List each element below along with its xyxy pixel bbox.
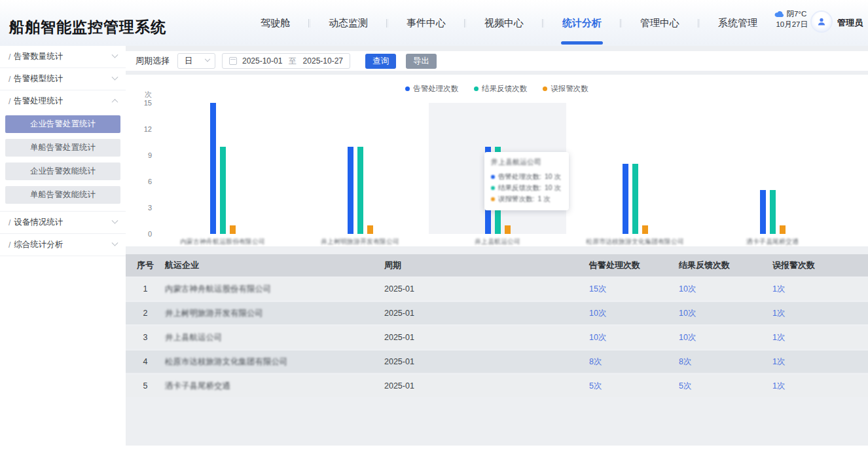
- chevron-down-icon[interactable]: [112, 218, 118, 224]
- bar-告警处理次数-group-5[interactable]: [760, 190, 766, 234]
- chevron-up-icon[interactable]: [112, 99, 118, 105]
- app-header: 船舶智能监控管理系统 驾驶舱动态监测事件中心视频中心统计分析管理中心系统管理 阴…: [0, 0, 868, 46]
- bar-告警处理次数-group-4[interactable]: [623, 164, 628, 234]
- table-header-cell-3: 周期: [384, 259, 589, 271]
- weather-widget: 阴7°C 10月27日: [774, 9, 808, 29]
- chevron-down-icon[interactable]: [112, 52, 118, 58]
- x-axis-label-4: 松原市达枝旅游文化集团有限公司: [570, 237, 700, 246]
- sidebar-group-5: /综合统计分析: [0, 234, 126, 256]
- nav-item-3[interactable]: 事件中心: [389, 0, 463, 46]
- bar-结果反馈次数-group-2[interactable]: [357, 147, 363, 234]
- sidebar-item-label: 告警模型统计: [14, 73, 113, 85]
- tooltip-series-label: 误报警次数:: [498, 193, 534, 204]
- handled-count-link[interactable]: 5次: [589, 381, 679, 392]
- sidebar-item-label: 告警处理统计: [14, 96, 113, 107]
- sidebar-group-1: /告警数量统计: [0, 46, 126, 68]
- chevron-down-icon[interactable]: [112, 240, 118, 246]
- sidebar-submenu: 企业告警处置统计单船告警处置统计企业告警效能统计单船告警效能统计: [0, 112, 126, 211]
- bar-误报警次数-group-3[interactable]: [505, 225, 511, 234]
- feedback-count-link[interactable]: 10次: [679, 284, 772, 295]
- false-alarm-count-link[interactable]: 1次: [772, 308, 868, 319]
- tooltip-series-dot: [491, 175, 495, 179]
- slash-prefix: /: [9, 75, 10, 84]
- date-range-picker[interactable]: 2025-10-01 至 2025-10-27: [222, 53, 350, 69]
- slash-prefix: /: [9, 240, 10, 250]
- table-header-cell-2: 航运企业: [165, 259, 384, 271]
- period-select[interactable]: 日: [177, 53, 215, 69]
- nav-item-7[interactable]: 系统管理: [701, 0, 774, 46]
- nav-item-2[interactable]: 动态监测: [312, 0, 385, 46]
- bar-结果反馈次数-group-4[interactable]: [632, 164, 638, 234]
- date-end-value[interactable]: 2025-10-27: [303, 56, 343, 66]
- handled-count-link[interactable]: 15次: [589, 284, 679, 295]
- slash-prefix: /: [9, 52, 10, 62]
- user-avatar[interactable]: [812, 12, 831, 31]
- y-axis-tick: 6: [135, 178, 152, 185]
- nav-divider: [464, 19, 466, 28]
- row-index-cell: 5: [126, 381, 165, 391]
- period-cell: 2025-01: [384, 357, 589, 366]
- weather-condition: 阴7°C: [786, 9, 806, 19]
- query-button[interactable]: 查询: [365, 54, 396, 69]
- sidebar-item-1[interactable]: /告警数量统计: [0, 46, 126, 67]
- user-name[interactable]: 管理员: [837, 17, 863, 29]
- bar-误报警次数-group-1[interactable]: [230, 225, 236, 234]
- company-cell: 洒卡子县尾桥交通: [165, 381, 384, 392]
- app-title: 船舶智能监控管理系统: [9, 17, 166, 37]
- nav-item-1[interactable]: 驾驶舱: [244, 0, 307, 46]
- table-row: 2井上树明旅游开发有限公司2025-0110次10次1次: [126, 302, 868, 324]
- bar-误报警次数-group-2[interactable]: [367, 225, 373, 234]
- sidebar-subitem-1[interactable]: 企业告警处置统计: [5, 115, 120, 133]
- sidebar-item-4[interactable]: /设备情况统计: [0, 212, 126, 233]
- y-axis-tick: 3: [135, 204, 152, 212]
- sidebar-subitem-4[interactable]: 单船告警效能统计: [5, 186, 120, 204]
- sidebar: /告警数量统计/告警模型统计/告警处理统计企业告警处置统计单船告警处置统计企业告…: [0, 46, 126, 458]
- sidebar-item-3[interactable]: /告警处理统计: [0, 90, 126, 112]
- bar-告警处理次数-group-1[interactable]: [210, 103, 216, 234]
- bar-误报警次数-group-5[interactable]: [780, 225, 786, 234]
- feedback-count-link[interactable]: 8次: [679, 356, 772, 368]
- handled-count-link[interactable]: 8次: [589, 356, 679, 368]
- bar-告警处理次数-group-2[interactable]: [348, 147, 353, 234]
- sidebar-item-2[interactable]: /告警模型统计: [0, 68, 126, 90]
- sidebar-subitem-2[interactable]: 单船告警处置统计: [5, 139, 120, 157]
- row-index-cell: 2: [126, 309, 165, 318]
- false-alarm-count-link[interactable]: 1次: [772, 356, 868, 368]
- tooltip-series-dot: [491, 186, 495, 190]
- nav-divider: [698, 19, 700, 28]
- slash-prefix: /: [9, 97, 10, 106]
- nav-item-6[interactable]: 管理中心: [623, 0, 696, 46]
- tooltip-series-label: 告警处理次数:: [498, 171, 541, 182]
- feedback-count-link[interactable]: 5次: [679, 381, 772, 392]
- nav-item-5[interactable]: 统计分析: [545, 0, 619, 46]
- y-axis-tick: 12: [135, 125, 152, 133]
- date-start-value[interactable]: 2025-10-01: [242, 56, 282, 66]
- bar-结果反馈次数-group-5[interactable]: [770, 190, 776, 234]
- export-button[interactable]: 导出: [406, 54, 437, 69]
- sidebar-item-5[interactable]: /综合统计分析: [0, 234, 126, 256]
- handled-count-link[interactable]: 10次: [589, 332, 679, 343]
- slash-prefix: /: [9, 218, 10, 227]
- bar-误报警次数-group-4[interactable]: [642, 225, 648, 234]
- sidebar-group-2: /告警模型统计: [0, 68, 126, 90]
- main-nav: 驾驶舱动态监测事件中心视频中心统计分析管理中心系统管理: [244, 0, 774, 46]
- table-row: 5洒卡子县尾桥交通2025-015次5次1次: [126, 375, 868, 397]
- feedback-count-link[interactable]: 10次: [679, 332, 772, 343]
- bar-结果反馈次数-group-1[interactable]: [220, 147, 226, 234]
- chevron-down-icon[interactable]: [112, 74, 118, 81]
- feedback-count-link[interactable]: 10次: [679, 308, 772, 319]
- sidebar-item-label: 告警数量统计: [14, 51, 113, 62]
- false-alarm-count-link[interactable]: 1次: [772, 332, 868, 343]
- weather-date: 10月27日: [774, 19, 808, 29]
- nav-divider: [386, 19, 388, 28]
- table-row: 1内蒙古神舟航运股份有限公司2025-0115次10次1次: [126, 278, 868, 300]
- cloud-icon: [774, 10, 784, 18]
- nav-item-4[interactable]: 视频中心: [467, 0, 541, 46]
- false-alarm-count-link[interactable]: 1次: [772, 284, 868, 295]
- table-header-row: 序号航运企业周期告警处理次数结果反馈次数误报警次数: [126, 254, 868, 277]
- sidebar-subitem-3[interactable]: 企业告警效能统计: [5, 162, 120, 180]
- period-cell: 2025-01: [384, 333, 589, 342]
- handled-count-link[interactable]: 10次: [589, 308, 679, 319]
- false-alarm-count-link[interactable]: 1次: [772, 381, 868, 392]
- sidebar-group-4: /设备情况统计: [0, 212, 126, 234]
